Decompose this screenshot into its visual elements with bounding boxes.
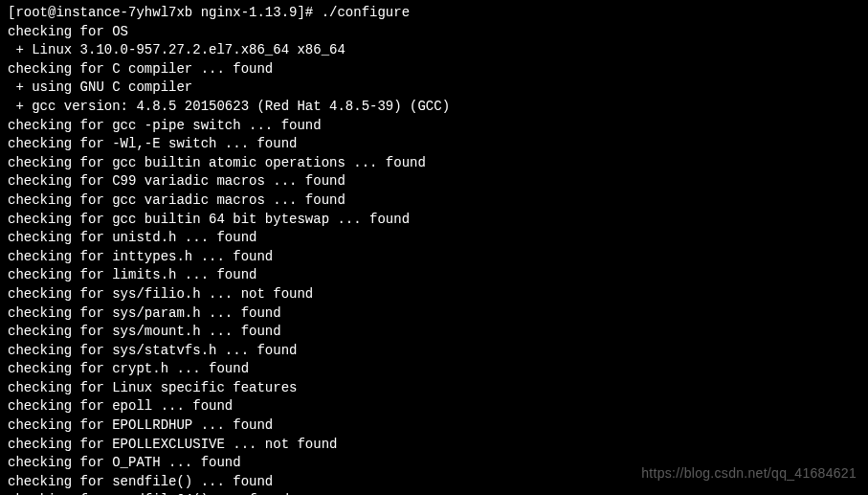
terminal-line: + gcc version: 4.8.5 20150623 (Red Hat 4… (8, 98, 860, 117)
terminal-output: [root@instance-7yhwl7xb nginx-1.13.9]# .… (8, 4, 860, 495)
terminal-line: + using GNU C compiler (8, 79, 860, 98)
terminal-line: checking for -Wl,-E switch ... found (8, 135, 860, 154)
terminal-line: checking for Linux specific features (8, 379, 860, 398)
terminal-line: checking for EPOLLRDHUP ... found (8, 416, 860, 436)
watermark-text: https://blog.csdn.net/qq_41684621 (641, 464, 857, 484)
terminal-line: checking for epoll ... found (8, 397, 860, 416)
terminal-line: checking for sys/param.h ... found (8, 304, 860, 324)
terminal-line: checking for sys/statvfs.h ... found (8, 342, 860, 361)
terminal-line: checking for C99 variadic macros ... fou… (8, 172, 860, 191)
terminal-line: checking for sys/mount.h ... found (8, 323, 860, 342)
terminal-line: checking for inttypes.h ... found (8, 248, 860, 267)
terminal-line: checking for limits.h ... found (8, 266, 860, 285)
terminal-line: checking for sendfile64() ... found (8, 491, 860, 495)
terminal-line: checking for unistd.h ... found (8, 229, 860, 248)
terminal-line: checking for OS (8, 23, 860, 42)
terminal-line: checking for gcc variadic macros ... fou… (8, 191, 860, 211)
terminal-line: + Linux 3.10.0-957.27.2.el7.x86_64 x86_6… (8, 41, 860, 60)
terminal-line: checking for EPOLLEXCLUSIVE ... not foun… (8, 436, 860, 455)
terminal-line: [root@instance-7yhwl7xb nginx-1.13.9]# .… (8, 4, 860, 23)
terminal-line: checking for gcc builtin 64 bit byteswap… (8, 211, 860, 230)
terminal-line: checking for crypt.h ... found (8, 360, 860, 379)
terminal-line: checking for sys/filio.h ... not found (8, 285, 860, 304)
terminal-line: checking for gcc -pipe switch ... found (8, 117, 860, 136)
terminal-line: checking for C compiler ... found (8, 60, 860, 79)
terminal-line: checking for gcc builtin atomic operatio… (8, 154, 860, 173)
